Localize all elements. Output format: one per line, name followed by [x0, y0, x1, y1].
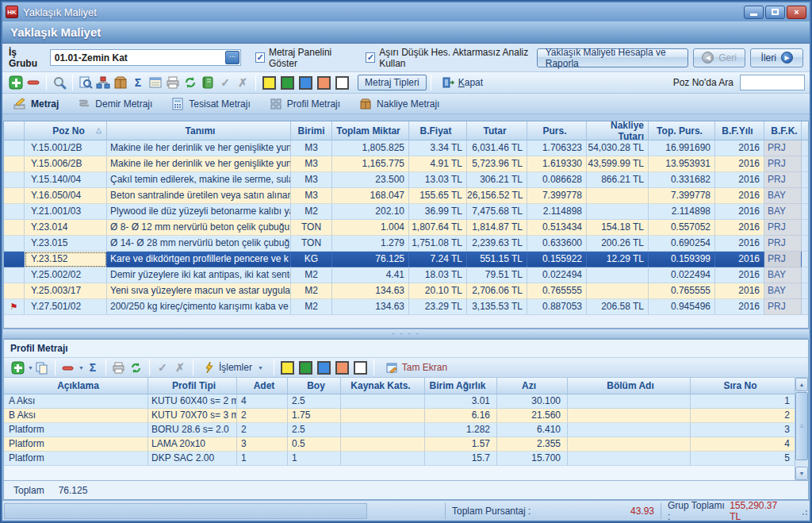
table-row[interactable]: ⚑ Y.23.014 Ø 8- Ø 12 mm nervürlü beton ç…: [4, 220, 808, 236]
geri-button[interactable]: ◄ Geri: [693, 48, 746, 67]
table-row[interactable]: ⚑ Y.15.001/2B Makine ile her derinlik ve…: [4, 140, 808, 156]
color-orange-swatch[interactable]: [317, 76, 331, 90]
col-adet[interactable]: Adet: [237, 378, 288, 394]
tam-ekran-button[interactable]: Tam Ekran: [386, 362, 447, 374]
detail-scrollbar[interactable]: ▲ ≡ ▼: [795, 378, 808, 480]
table-row[interactable]: ⚑ Y.23.152 Kare ve dikdörtgen profillerl…: [4, 252, 808, 267]
color-white-swatch[interactable]: [354, 361, 367, 375]
tab-demir-metraji[interactable]: Demir Metrajı: [78, 98, 152, 110]
table-row[interactable]: ⚑ Y.23.015 Ø 14- Ø 28 mm nervürlü beton …: [4, 236, 808, 252]
color-blue-swatch[interactable]: [317, 361, 331, 375]
sum-icon[interactable]: Σ: [129, 74, 147, 91]
metraj-tipleri-button[interactable]: Metraj Tipleri: [358, 75, 427, 90]
col-nakliye-tutari[interactable]: Nakliye Tutarı: [587, 121, 649, 140]
remove-row-icon[interactable]: [59, 359, 77, 376]
remove-dropdown-icon[interactable]: ▼: [79, 365, 84, 371]
analysis-tree-icon[interactable]: [94, 74, 112, 91]
col-birimi[interactable]: Birimi: [291, 121, 332, 140]
color-yellow-swatch[interactable]: [262, 76, 276, 90]
table-row[interactable]: ⚑ Y.16.050/04 Beton santralinde üretilen…: [4, 188, 808, 204]
refresh-icon[interactable]: [128, 359, 145, 376]
is-grubu-browse-icon[interactable]: ...: [225, 51, 239, 64]
is-grubu-combobox[interactable]: 01.01-Zemin Kat ...: [50, 49, 241, 66]
confirm-icon[interactable]: ✓: [216, 74, 234, 91]
color-green-swatch[interactable]: [281, 76, 294, 90]
confirm-icon[interactable]: ✓: [154, 359, 171, 376]
col-purs[interactable]: Purs.: [527, 121, 587, 140]
col-tutar[interactable]: Tutar: [467, 121, 527, 140]
col-toplam-miktar[interactable]: Toplam Miktar: [332, 121, 409, 140]
tab-profil-metraji[interactable]: Profil Metrajı: [270, 98, 340, 110]
asiri-dusuk-checkbox[interactable]: ✓ Aşırı Düşük Hes. Aktarmasız Analiz Kul…: [366, 47, 536, 69]
col-bolum-adi[interactable]: Bölüm Adı: [568, 378, 691, 394]
package-icon[interactable]: [112, 74, 129, 91]
print-icon[interactable]: [164, 74, 182, 91]
color-blue-swatch[interactable]: [299, 76, 312, 90]
poz-search-input[interactable]: [740, 75, 805, 90]
color-orange-swatch[interactable]: [335, 361, 349, 375]
print-icon[interactable]: [110, 359, 128, 376]
col-tanimi[interactable]: Tanımı: [107, 121, 291, 140]
scrollbar-thumb[interactable]: ≡: [795, 392, 808, 460]
close-button[interactable]: ×: [787, 6, 806, 19]
col-birim-agirlik[interactable]: Birim Ağırlık: [425, 378, 497, 394]
bfk-cell: PRJ: [764, 236, 802, 252]
notes-icon[interactable]: [147, 74, 164, 91]
col-boy[interactable]: Boy: [288, 378, 341, 394]
refresh-icon[interactable]: [182, 74, 199, 91]
list-item[interactable]: Platform BORU 28.6 s= 2.0 2 2.5 1.282 6.…: [4, 423, 795, 437]
col-bfk[interactable]: B.F.K.: [764, 121, 802, 140]
col-sira-no[interactable]: Sıra No: [691, 378, 795, 394]
maximize-button[interactable]: [765, 6, 785, 19]
table-row[interactable]: ⚑ Y.25.003/17 Yeni sıva yüzeylere macun …: [4, 283, 808, 299]
list-item[interactable]: A Aksı KUTU 60X40 s= 2 mm 4 2.5 3.01 30.…: [4, 394, 795, 409]
islemler-button[interactable]: İşlemler ▼: [197, 361, 270, 374]
hesapla-raporla-button[interactable]: Yaklaşık Maliyeti Hesapla ve Raporla: [537, 48, 688, 67]
book-icon[interactable]: [199, 74, 216, 91]
scroll-up-icon[interactable]: ▲: [795, 378, 808, 391]
add-dropdown-icon[interactable]: ▼: [28, 365, 33, 371]
sum-icon[interactable]: Σ: [84, 359, 102, 376]
table-row[interactable]: ⚑ Y.25.002/02 Demir yüzeylere iki kat an…: [4, 267, 808, 283]
cancel-icon[interactable]: ✗: [234, 74, 251, 91]
table-row[interactable]: ⚑ Y.15.140/04 Çakıl temin edilerek, maki…: [4, 172, 808, 188]
metraj-panel-checkbox[interactable]: ✓ Metraj Panelini Göster: [255, 47, 351, 69]
cancel-icon[interactable]: ✗: [171, 359, 189, 376]
minimize-button[interactable]: [744, 6, 764, 19]
panel-splitter[interactable]: · · · ·: [3, 329, 809, 339]
col-poz-no[interactable]: Poz No△: [25, 121, 107, 140]
col-bf-yili[interactable]: B.F.Yılı: [715, 121, 764, 140]
resize-grip[interactable]: [799, 506, 808, 516]
tab-nakliye-metraji[interactable]: Nakliye Metrajı: [359, 98, 439, 110]
copy-icon[interactable]: [33, 359, 51, 376]
row-indicator-header[interactable]: [4, 121, 25, 140]
list-item[interactable]: Platform DKP SAC 2.00 1 1 15.7 15.700 5: [4, 452, 795, 466]
aciklama-cell: A Aksı: [4, 394, 148, 409]
color-yellow-swatch[interactable]: [281, 361, 294, 375]
remove-row-icon[interactable]: [25, 74, 42, 91]
col-bfiyat[interactable]: B.Fiyat: [409, 121, 467, 140]
add-row-icon[interactable]: [9, 359, 26, 376]
scroll-down-icon[interactable]: ▼: [795, 467, 808, 480]
tab-metraj[interactable]: Metraj: [13, 98, 59, 110]
color-white-swatch[interactable]: [335, 76, 349, 90]
ileri-button[interactable]: İleri ►: [750, 48, 803, 67]
add-row-icon[interactable]: [7, 74, 25, 91]
purs-cell: 0.765555: [527, 283, 587, 299]
list-item[interactable]: Platform LAMA 20x10 3 0.5 1.57 2.355 4: [4, 437, 795, 452]
table-row[interactable]: ⚑ Y.15.006/2B Makine ile her derinlik ve…: [4, 156, 808, 172]
list-item[interactable]: B Aksı KUTU 70X70 s= 3 mm 2 1.75 6.16 21…: [4, 409, 795, 423]
col-kaynak-kats[interactable]: Kaynak Kats.: [341, 378, 425, 394]
table-row[interactable]: ⚑ Y.27.501/02 200/250 kg kireç/çimento k…: [4, 299, 808, 315]
bfiyat-cell: 3.34 TL: [409, 140, 467, 156]
kapat-button[interactable]: Kapat: [435, 76, 489, 89]
color-green-swatch[interactable]: [299, 361, 312, 375]
col-aciklama[interactable]: Açıklama: [4, 378, 148, 394]
col-profil-tipi[interactable]: Profil Tipi: [148, 378, 237, 394]
table-row[interactable]: ⚑ Y.21.001/03 Plywood ile düz yüzeyli be…: [4, 204, 808, 220]
col-top-purs[interactable]: Top. Purs.: [649, 121, 715, 140]
col-azi[interactable]: Azı: [497, 378, 568, 394]
search-icon[interactable]: [51, 74, 68, 91]
preview-icon[interactable]: [77, 74, 94, 91]
tab-tesisat-metraji[interactable]: Tesisat Metrajı: [171, 98, 250, 110]
